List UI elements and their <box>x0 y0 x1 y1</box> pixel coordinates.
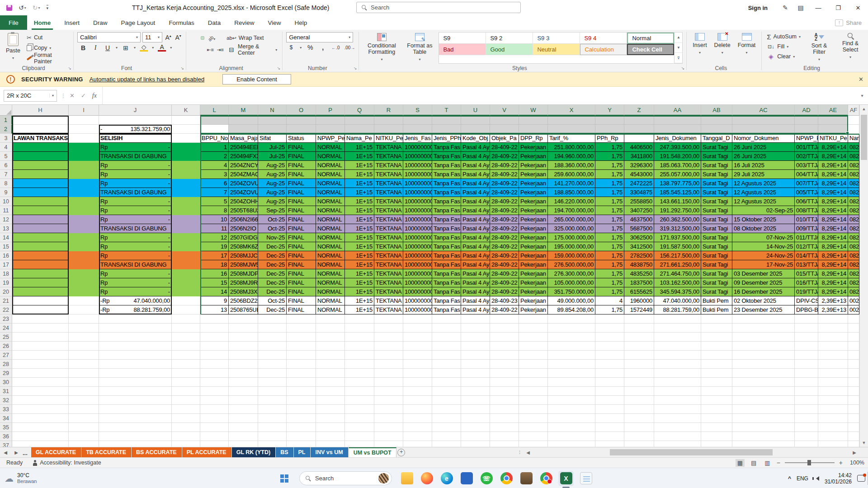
cell-M12[interactable]: 2506N2I66 <box>229 215 258 224</box>
cell-I27[interactable] <box>69 351 99 360</box>
cell-AC27[interactable] <box>732 351 795 360</box>
cell-AC16[interactable]: 24-Nov-25 <box>732 251 795 260</box>
cell-V2[interactable] <box>490 125 519 134</box>
cell-L9[interactable]: 7 <box>200 188 229 197</box>
cell-U3[interactable]: Kode_Obj <box>461 134 490 143</box>
cell-V37[interactable] <box>490 441 519 447</box>
cell-L25[interactable] <box>200 333 229 342</box>
cell-Q27[interactable] <box>345 351 374 360</box>
cell-K36[interactable] <box>172 432 200 441</box>
row-header-26[interactable]: 26 <box>0 342 12 351</box>
cell-AD4[interactable]: 001/TTJ/V <box>795 143 818 152</box>
ribbon-display-options-icon[interactable]: ▤ <box>793 0 808 15</box>
cell-AB36[interactable] <box>701 432 732 441</box>
ribbon-tab-home[interactable]: Home <box>27 15 58 30</box>
name-box-splitter[interactable]: ⋮ <box>61 93 66 99</box>
cell-U9[interactable]: Pasal 4 Ay <box>461 188 490 197</box>
cell-S11[interactable]: 100000000 <box>403 206 432 215</box>
page-layout-view-icon[interactable]: ▤ <box>749 459 758 467</box>
cell-R29[interactable] <box>374 369 403 378</box>
cell-M35[interactable] <box>229 423 258 432</box>
sheet-tab-tb-accurate[interactable]: TB ACCURATE <box>81 447 131 457</box>
cell-L27[interactable] <box>200 351 229 360</box>
cell-AB28[interactable] <box>701 360 732 369</box>
cell-P31[interactable] <box>316 387 345 396</box>
gallery-up-icon[interactable]: ▲ <box>675 33 682 43</box>
cell-M26[interactable] <box>229 342 258 351</box>
cell-AC23[interactable] <box>732 314 795 324</box>
edge-taskbar-button[interactable]: e <box>439 471 454 486</box>
formula-input[interactable] <box>102 87 856 104</box>
cell-S25[interactable] <box>403 333 432 342</box>
cell-H1[interactable] <box>12 116 69 125</box>
cell-K19[interactable] <box>172 278 200 287</box>
alignment-dialog-launcher[interactable]: ↘ <box>277 66 281 70</box>
cell-K28[interactable] <box>172 360 200 369</box>
cell-AB37[interactable] <box>701 441 732 447</box>
cancel-entry-icon[interactable]: ✕ <box>70 92 75 99</box>
cell-AF4[interactable]: 0828 <box>848 143 859 152</box>
cell-Y12[interactable]: 1,75 <box>595 215 624 224</box>
cell-H26[interactable] <box>12 342 69 351</box>
cell-AB11[interactable]: Surat Tagi <box>701 206 732 215</box>
cell-J6[interactable]: Rp- <box>99 161 172 170</box>
cell-S14[interactable]: 100000000 <box>403 233 432 242</box>
cell-K31[interactable] <box>172 387 200 396</box>
cell-Q17[interactable]: 1E+15 <box>345 260 374 269</box>
accounting-format-icon[interactable]: $ <box>287 44 295 51</box>
cell-V1[interactable] <box>490 116 519 125</box>
cell-H25[interactable] <box>12 333 69 342</box>
cell-AF29[interactable] <box>848 369 859 378</box>
cell-L22[interactable]: 13 <box>200 305 229 314</box>
cell-AE15[interactable]: 8,29E+14 <box>818 242 848 251</box>
cell-AC20[interactable]: 16 Desember 2025 <box>732 287 795 296</box>
cell-I36[interactable] <box>69 432 99 441</box>
sheet-tab-gl-rk-ytd[interactable]: GL RK (YTD) <box>232 447 275 457</box>
customize-qat-button[interactable]: ▾ <box>47 5 49 10</box>
cell-K17[interactable] <box>172 260 200 269</box>
cell-AB14[interactable]: Surat Tagi <box>701 233 732 242</box>
cell-R18[interactable]: TEKTANA <box>374 269 403 278</box>
cell-AB20[interactable]: Surat Tagi <box>701 287 732 296</box>
cell-N32[interactable] <box>258 396 287 405</box>
cell-AD11[interactable]: 008/TTJ/IX <box>795 206 818 215</box>
borders-icon[interactable]: ⊞ <box>122 44 130 52</box>
cell-K18[interactable] <box>172 269 200 278</box>
zoom-slider-thumb[interactable] <box>807 460 811 465</box>
cell-R16[interactable]: TEKTANA <box>374 251 403 260</box>
cell-Y33[interactable] <box>595 405 624 414</box>
cell-T22[interactable]: Tanpa Fas <box>432 305 461 314</box>
cell-X27[interactable] <box>548 351 595 360</box>
sheet-tab-bs-accurate[interactable]: BS ACCURATE <box>132 447 182 457</box>
cell-J34[interactable] <box>99 414 172 423</box>
cell-AA5[interactable]: 191.548.200,00 <box>654 152 701 161</box>
cell-Y7[interactable]: 1,75 <box>595 170 624 179</box>
cell-AF17[interactable]: 0828 <box>848 260 859 269</box>
cell-AD14[interactable]: 011/TTJ/X <box>795 233 818 242</box>
cell-U29[interactable] <box>461 369 490 378</box>
cell-T4[interactable]: Tanpa Fas <box>432 143 461 152</box>
cell-N15[interactable]: Dec-25 <box>258 242 287 251</box>
cell-M27[interactable] <box>229 351 258 360</box>
cell-AB30[interactable] <box>701 378 732 387</box>
cell-W30[interactable] <box>519 378 548 387</box>
cell-AF10[interactable]: 0828 <box>848 197 859 206</box>
cell-AA30[interactable] <box>654 378 701 387</box>
autosum-button[interactable]: ΣAutoSum▾ <box>765 32 802 41</box>
cell-R1[interactable] <box>374 116 403 125</box>
cell-AE3[interactable]: NITKU_Pe <box>818 134 848 143</box>
cell-I10[interactable] <box>69 197 99 206</box>
vertical-scroll-thumb[interactable] <box>861 115 867 160</box>
cell-Q18[interactable]: 1E+15 <box>345 269 374 278</box>
cell-K14[interactable] <box>172 233 200 242</box>
cell-L33[interactable] <box>200 405 229 414</box>
cell-AE21[interactable]: 2,39E+13 <box>818 296 848 305</box>
cell-Q22[interactable]: 1E+15 <box>345 305 374 314</box>
cell-T27[interactable] <box>432 351 461 360</box>
cell-P5[interactable]: NORMAL <box>316 152 345 161</box>
column-header-I[interactable]: I <box>69 105 99 116</box>
cell-V7[interactable]: 28-409-22 <box>490 170 519 179</box>
cell-K26[interactable] <box>172 342 200 351</box>
column-header-W[interactable]: W <box>519 105 548 116</box>
style-s9-2[interactable]: S9 2 <box>486 33 533 44</box>
